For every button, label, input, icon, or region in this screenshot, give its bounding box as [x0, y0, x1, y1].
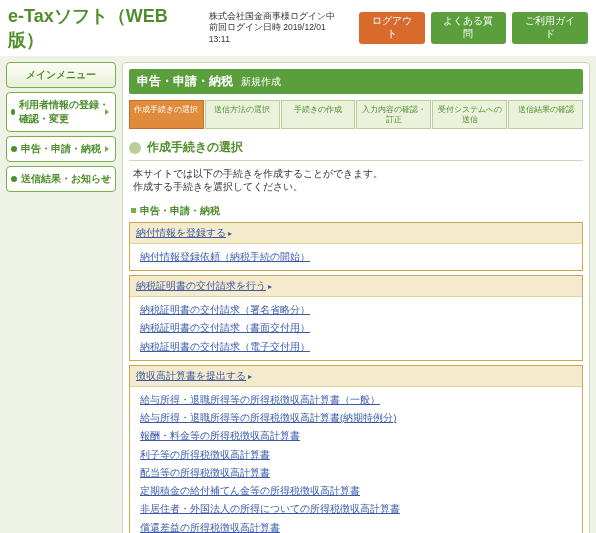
payment-link[interactable]: 納付情報登録依頼（納税手続の開始）	[140, 248, 572, 266]
tax-calc-link[interactable]: 給与所得・退職所得等の所得税徴収高計算書（一般）	[140, 391, 572, 409]
step-3: 手続きの作成	[281, 100, 356, 129]
category-heading: 申告・申請・納税	[131, 204, 583, 218]
step-1: 作成手続きの選択	[129, 100, 204, 129]
group-tax-calc: 徴収高計算書を提出する 給与所得・退職所得等の所得税徴収高計算書（一般）給与所得…	[129, 365, 583, 533]
step-6: 送信結果の確認	[508, 100, 583, 129]
group-payment-header[interactable]: 納付情報を登録する	[136, 227, 226, 238]
login-info: 株式会社国金商事様ログイン中 前回ログイン日時 2019/12/01 13:11	[209, 11, 349, 44]
tax-calc-link[interactable]: 償還差益の所得税徴収高計算書	[140, 519, 572, 533]
guide-button[interactable]: ご利用ガイド	[512, 12, 588, 44]
group-certificate-header[interactable]: 納税証明書の交付請求を行う	[136, 280, 266, 291]
sidebar-main-menu[interactable]: メインメニュー	[6, 62, 116, 88]
logout-button[interactable]: ログアウト	[359, 12, 425, 44]
sidebar-item-filing[interactable]: 申告・申請・納税	[6, 136, 116, 162]
page-title: 申告・申請・納税新規作成	[129, 69, 583, 94]
tax-calc-link[interactable]: 配当等の所得税徴収高計算書	[140, 464, 572, 482]
section-heading: 作成手続きの選択	[129, 135, 583, 161]
tax-calc-link[interactable]: 定期積金の給付補てん金等の所得税徴収高計算書	[140, 482, 572, 500]
sidebar-item-registration[interactable]: 利用者情報の登録・確認・変更	[6, 92, 116, 132]
section-description: 本サイトでは以下の手続きを作成することができます。作成する手続きを選択してくださ…	[133, 167, 579, 194]
tax-calc-link[interactable]: 利子等の所得税徴収高計算書	[140, 446, 572, 464]
step-4: 入力内容の確認・訂正	[356, 100, 431, 129]
tax-calc-link[interactable]: 非居住者・外国法人の所得についての所得税徴収高計算書	[140, 500, 572, 518]
faq-button[interactable]: よくある質問	[431, 12, 507, 44]
app-logo: e-Taxソフト（WEB版）	[8, 4, 203, 52]
sidebar: メインメニュー 利用者情報の登録・確認・変更 申告・申請・納税 送信結果・お知ら…	[6, 62, 116, 533]
group-certificate: 納税証明書の交付請求を行う 納税証明書の交付請求（署名省略分）納税証明書の交付請…	[129, 275, 583, 361]
certificate-link[interactable]: 納税証明書の交付請求（書面交付用）	[140, 319, 572, 337]
tax-calc-link[interactable]: 報酬・料金等の所得税徴収高計算書	[140, 427, 572, 445]
group-payment: 納付情報を登録する 納付情報登録依頼（納税手続の開始）	[129, 222, 583, 271]
step-5: 受付システムへの送信	[432, 100, 507, 129]
certificate-link[interactable]: 納税証明書の交付請求（電子交付用）	[140, 338, 572, 356]
main-panel: 申告・申請・納税新規作成 作成手続きの選択 送信方法の選択 手続きの作成 入力内…	[122, 62, 590, 533]
step-nav: 作成手続きの選択 送信方法の選択 手続きの作成 入力内容の確認・訂正 受付システ…	[129, 100, 583, 129]
step-2: 送信方法の選択	[205, 100, 280, 129]
tax-calc-link[interactable]: 給与所得・退職所得等の所得税徴収高計算書(納期特例分)	[140, 409, 572, 427]
sidebar-item-results[interactable]: 送信結果・お知らせ	[6, 166, 116, 192]
certificate-link[interactable]: 納税証明書の交付請求（署名省略分）	[140, 301, 572, 319]
group-tax-calc-header[interactable]: 徴収高計算書を提出する	[136, 370, 246, 381]
